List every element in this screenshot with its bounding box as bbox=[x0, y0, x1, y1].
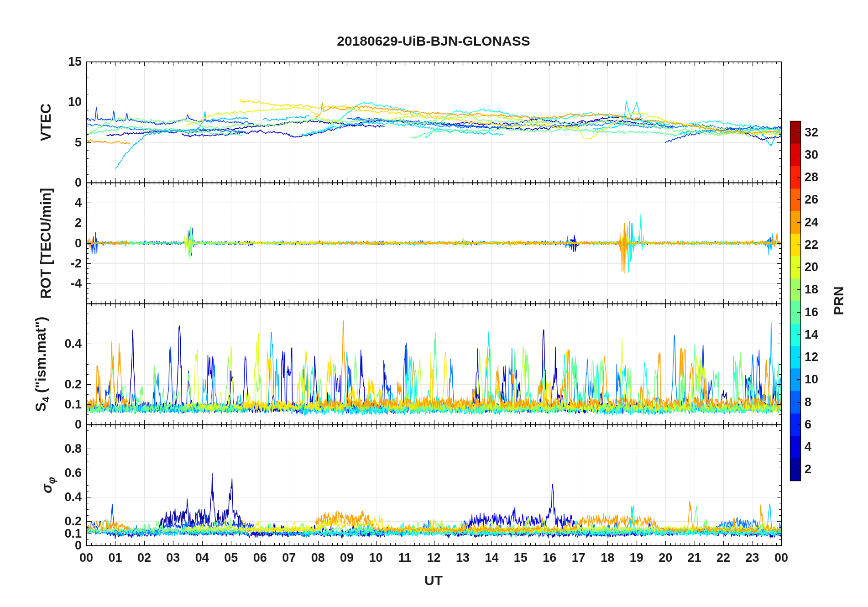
y-axis-label-sigma_phi: σφ bbox=[39, 477, 58, 493]
x-tick-label: 04 bbox=[195, 551, 209, 565]
y-tick-label: 0 bbox=[75, 418, 82, 432]
y-tick-label: 4 bbox=[75, 196, 82, 210]
colorbar-tick-label: 2 bbox=[805, 462, 811, 476]
y-tick-label: 0.2 bbox=[64, 514, 82, 529]
x-tick-label: 00 bbox=[79, 551, 93, 565]
x-tick-label: 19 bbox=[630, 551, 643, 565]
x-tick-label: 10 bbox=[369, 551, 383, 565]
colorbar-tick-label: 22 bbox=[805, 237, 818, 251]
colorbar-tick-label: 20 bbox=[805, 260, 818, 274]
x-tick-label: 15 bbox=[514, 551, 528, 565]
x-tick-label: 18 bbox=[601, 551, 614, 565]
y-axis-label-vtec: VTEC bbox=[38, 103, 54, 141]
x-tick-label: 08 bbox=[311, 551, 325, 565]
y-tick-label: 0 bbox=[75, 176, 82, 190]
y-tick-label: 0.8 bbox=[64, 442, 82, 456]
colorbar-tick-label: 6 bbox=[805, 417, 811, 431]
colorbar-label: PRN bbox=[831, 286, 847, 315]
y-tick-label: 10 bbox=[68, 95, 82, 109]
x-tick-label: 09 bbox=[340, 551, 354, 565]
y-tick-label: -2 bbox=[71, 256, 82, 270]
colorbar-tick-label: 14 bbox=[805, 327, 818, 341]
y-tick-label: 0.4 bbox=[64, 490, 82, 504]
x-tick-label: 23 bbox=[746, 551, 759, 565]
colorbar-tick-label: 18 bbox=[805, 283, 818, 297]
colorbar-tick-label: 28 bbox=[805, 170, 818, 184]
y-tick-label: 5 bbox=[75, 135, 82, 149]
x-tick-label: 11 bbox=[398, 551, 412, 565]
colorbar-tick-label: 26 bbox=[805, 193, 818, 207]
x-tick-label: 02 bbox=[137, 551, 151, 565]
plot-canvas bbox=[0, 0, 868, 607]
colorbar-tick-label: 10 bbox=[805, 372, 818, 387]
y-tick-label: 0.1 bbox=[64, 397, 82, 411]
colorbar-tick-label: 16 bbox=[805, 305, 818, 319]
x-tick-label: 17 bbox=[572, 551, 586, 565]
y-axis-label-rot: ROT [TECU/min] bbox=[38, 188, 54, 298]
x-tick-label: 13 bbox=[456, 551, 470, 565]
colorbar-tick-label: 32 bbox=[805, 125, 818, 139]
x-tick-label: 03 bbox=[166, 551, 180, 565]
chart-title: 20180629-UiB-BJN-GLONASS bbox=[337, 33, 530, 49]
x-tick-label: 07 bbox=[282, 551, 296, 565]
figure: 20180629-UiB-BJN-GLONASS UT PRN 051015VT… bbox=[0, 0, 868, 607]
x-tick-label: 12 bbox=[427, 551, 440, 565]
x-tick-label: 16 bbox=[543, 551, 556, 565]
x-tick-label: 01 bbox=[108, 551, 122, 565]
colorbar-tick-label: 12 bbox=[805, 350, 818, 364]
y-tick-label: 0.4 bbox=[64, 337, 82, 351]
y-axis-label-s4: S4 ("ism.mat") bbox=[33, 316, 52, 412]
colorbar-tick-label: 4 bbox=[805, 440, 811, 454]
y-tick-label: 0 bbox=[75, 539, 82, 553]
x-tick-label: 00 bbox=[774, 551, 788, 565]
x-tick-label: 20 bbox=[659, 551, 672, 565]
x-tick-label: 22 bbox=[716, 551, 730, 565]
x-tick-label: 21 bbox=[688, 551, 701, 565]
y-tick-label: 2 bbox=[75, 216, 82, 230]
y-tick-label: 0 bbox=[75, 236, 82, 250]
y-tick-label: 0.2 bbox=[64, 377, 82, 391]
x-tick-label: 06 bbox=[253, 551, 267, 565]
y-tick-label: -4 bbox=[71, 276, 82, 290]
y-tick-label: 15 bbox=[68, 55, 82, 69]
y-tick-label: 0.1 bbox=[64, 526, 82, 540]
y-tick-label: 0.6 bbox=[64, 466, 82, 480]
x-tick-label: 14 bbox=[485, 551, 498, 565]
colorbar-tick-label: 8 bbox=[805, 395, 811, 409]
colorbar-tick-label: 30 bbox=[805, 147, 818, 162]
x-tick-label: 05 bbox=[224, 551, 238, 565]
x-axis-label: UT bbox=[424, 573, 443, 588]
colorbar-tick-label: 24 bbox=[805, 215, 818, 229]
